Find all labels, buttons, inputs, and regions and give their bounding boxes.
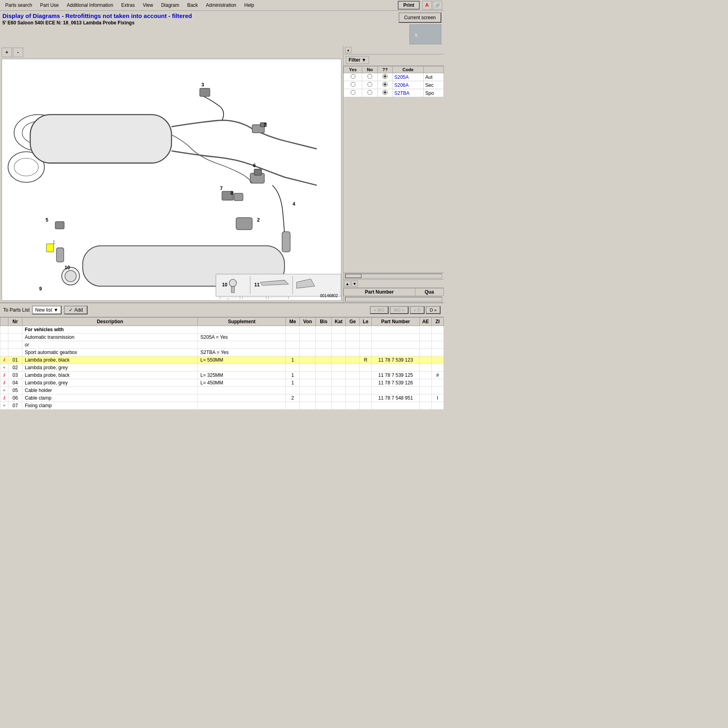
nav-down-arrow[interactable]: ▼ bbox=[351, 280, 358, 287]
menu-back[interactable]: Back bbox=[183, 1, 201, 9]
filter-th-desc bbox=[423, 66, 443, 73]
filter-no-radio-1[interactable] bbox=[367, 82, 372, 87]
svg-rect-22 bbox=[46, 244, 54, 252]
menu-help[interactable]: Help bbox=[241, 1, 258, 9]
row-partnr bbox=[372, 349, 420, 356]
menu-administration[interactable]: Administration bbox=[202, 1, 240, 9]
parts-data-row[interactable]: + 02 Lambda probe, grey bbox=[0, 364, 444, 372]
info-icon: i bbox=[4, 372, 5, 378]
row-zi-cell bbox=[432, 356, 444, 364]
row-icon-cell: i bbox=[0, 394, 8, 402]
parts-data-row[interactable]: i 01 Lambda probe, black L= 550MM 1 R 11… bbox=[0, 356, 444, 364]
nav-d-forward-button[interactable]: D » bbox=[426, 306, 441, 314]
row-partnr-cell: 11 78 7 548 951 bbox=[372, 394, 420, 402]
add-button[interactable]: ✓ Add bbox=[64, 306, 88, 314]
filter-no-radio-2[interactable] bbox=[367, 90, 372, 95]
filter-q-radio-0[interactable] bbox=[383, 74, 387, 79]
row-bis bbox=[316, 326, 332, 334]
filter-yes-radio-1[interactable] bbox=[351, 82, 355, 87]
filter-yes-radio-2[interactable] bbox=[351, 90, 355, 95]
row-le bbox=[360, 341, 372, 349]
filter-no-radio-0[interactable] bbox=[367, 74, 372, 79]
filter-q-radio-1[interactable] bbox=[383, 82, 387, 87]
filter-th-q: ?? bbox=[378, 66, 393, 73]
menu-diagram[interactable]: Diagram bbox=[158, 1, 183, 9]
svg-text:6: 6 bbox=[253, 163, 256, 168]
row-supplement bbox=[198, 341, 286, 349]
plus-icon: + bbox=[3, 365, 6, 370]
row-nr-cell: 02 bbox=[8, 364, 22, 372]
svg-text:1: 1 bbox=[52, 240, 55, 245]
icon-btn-cursor[interactable]: 🔗 bbox=[433, 1, 442, 10]
filter-table: Yes No ?? Code S205A Aut S206A Sec S2TBA… bbox=[343, 66, 444, 97]
parts-data-row[interactable]: i 04 Lambda probe, grey L= 450MM 1 11 78… bbox=[0, 379, 444, 387]
icon-btn-a[interactable]: A bbox=[422, 1, 432, 10]
row-le-cell bbox=[360, 372, 372, 379]
scrollbar-thumb[interactable] bbox=[345, 274, 361, 278]
row-von bbox=[300, 326, 316, 334]
current-screen-button[interactable]: Current screen bbox=[399, 12, 441, 23]
row-ge-cell bbox=[346, 379, 360, 387]
row-icon bbox=[0, 334, 8, 341]
filter-q-radio-2[interactable] bbox=[383, 90, 387, 95]
row-partnr bbox=[372, 326, 420, 334]
row-me bbox=[286, 326, 300, 334]
menu-part-use[interactable]: Part Use bbox=[36, 1, 62, 9]
row-icon bbox=[0, 341, 8, 349]
filter-label: Filter bbox=[349, 57, 360, 63]
row-le-cell bbox=[360, 387, 372, 394]
parts-data-row[interactable]: + 05 Cable holder bbox=[0, 387, 444, 394]
row-nr bbox=[8, 326, 22, 334]
row-ae bbox=[420, 341, 432, 349]
menu-view[interactable]: View bbox=[139, 1, 157, 9]
row-partnr-cell bbox=[372, 402, 420, 410]
row-zi-cell bbox=[432, 402, 444, 410]
row-von-cell bbox=[300, 387, 316, 394]
nav-up-arrow[interactable]: ▲ bbox=[344, 280, 351, 287]
filter-code-0[interactable]: S205A bbox=[393, 73, 424, 81]
row-ge-cell bbox=[346, 387, 360, 394]
row-bis-cell bbox=[316, 379, 332, 387]
row-von-cell bbox=[300, 372, 316, 379]
plus-icon: + bbox=[3, 388, 6, 393]
menu-print[interactable]: Print bbox=[398, 1, 420, 10]
nav-mg-forward-button[interactable]: MG » bbox=[390, 306, 409, 314]
parts-data-row[interactable]: + 07 Fixing clamp bbox=[0, 402, 444, 410]
parts-data-row[interactable]: i 06 Cable clamp 2 11 78 7 548 951 I bbox=[0, 394, 444, 402]
horizontal-scrollbar[interactable] bbox=[345, 274, 442, 278]
row-le bbox=[360, 326, 372, 334]
row-me-cell: 1 bbox=[286, 379, 300, 387]
row-icon-cell: + bbox=[0, 402, 8, 410]
row-me-cell bbox=[286, 387, 300, 394]
filter-yes-radio-0[interactable] bbox=[351, 74, 355, 79]
filter-code-2[interactable]: S2TBA bbox=[393, 89, 424, 97]
row-le-cell bbox=[360, 364, 372, 372]
row-icon-cell: + bbox=[0, 364, 8, 372]
row-von-cell bbox=[300, 356, 316, 364]
nav-d-back-button[interactable]: « D bbox=[410, 306, 425, 314]
zoom-in-button[interactable]: + bbox=[2, 48, 12, 57]
menu-parts-search[interactable]: Parts search bbox=[2, 1, 36, 9]
menu-extras[interactable]: Extras bbox=[118, 1, 138, 9]
right-bottom-scrollbar[interactable] bbox=[345, 297, 442, 302]
svg-text:8: 8 bbox=[230, 190, 233, 196]
zoom-out-button[interactable]: - bbox=[13, 48, 23, 57]
row-me-cell: 1 bbox=[286, 356, 300, 364]
row-supplement-cell: L= 450MM bbox=[198, 379, 286, 387]
filter-button[interactable]: Filter ▼ bbox=[346, 56, 369, 64]
row-nr-cell: 03 bbox=[8, 372, 22, 379]
nav-mg-back-button[interactable]: « MG bbox=[370, 306, 389, 314]
svg-text:7: 7 bbox=[263, 122, 266, 128]
row-von-cell bbox=[300, 402, 316, 410]
new-list-dropdown[interactable]: New list ▼ bbox=[32, 306, 62, 314]
right-panel: ▲ Filter ▼ Yes No ?? Code S20 bbox=[343, 46, 444, 302]
scroll-up-arrow[interactable]: ▲ bbox=[345, 47, 351, 53]
parts-data-row[interactable]: i 03 Lambda probe, black L= 325MM 1 11 7… bbox=[0, 372, 444, 379]
menu-additional-info[interactable]: Additional Information bbox=[63, 1, 117, 9]
svg-point-24 bbox=[65, 270, 76, 282]
svg-text:🖱: 🖱 bbox=[414, 32, 419, 38]
row-desc-cell: Cable holder bbox=[22, 387, 198, 394]
th-me: Me bbox=[286, 318, 300, 326]
svg-text:7: 7 bbox=[220, 186, 223, 191]
filter-code-1[interactable]: S206A bbox=[393, 81, 424, 89]
